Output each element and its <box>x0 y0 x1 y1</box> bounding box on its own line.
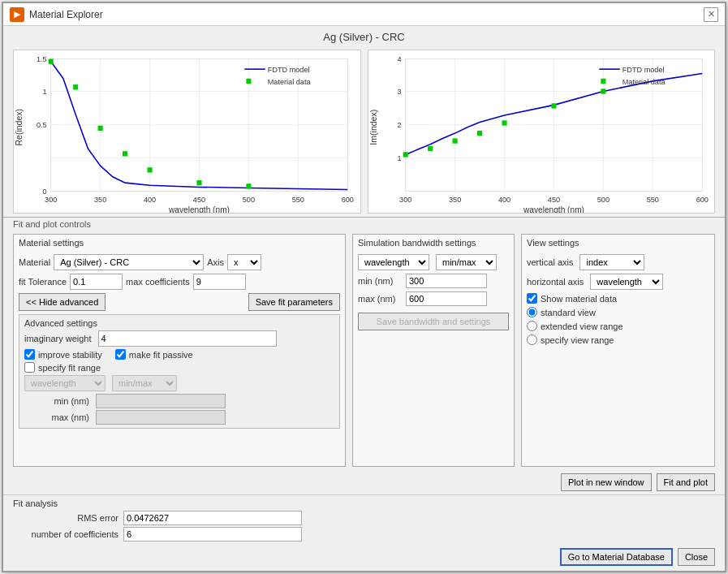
make-fit-passive-row: make fit passive <box>115 349 193 360</box>
imaginary-weight-row: imaginary weight <box>24 330 334 347</box>
svg-text:Material data: Material data <box>268 78 312 86</box>
svg-rect-67 <box>452 138 457 143</box>
svg-text:2: 2 <box>397 121 401 129</box>
svg-text:500: 500 <box>243 196 255 204</box>
svg-text:Im(index): Im(index) <box>369 110 378 145</box>
view-settings-panel: View settings vertical axis index horizo… <box>521 234 715 467</box>
fit-tolerance-label: fit Tolerance <box>19 277 67 287</box>
svg-text:550: 550 <box>292 196 304 204</box>
rms-error-value <box>123 511 302 525</box>
rms-error-label: RMS error <box>13 513 118 523</box>
wavelength-minmax-row: wavelength min/max <box>24 375 334 391</box>
show-material-checkbox[interactable] <box>527 293 537 304</box>
window-main-title: Ag (Silver) - CRC <box>3 26 725 46</box>
svg-rect-69 <box>502 120 506 125</box>
standard-view-row: standard view <box>527 307 709 317</box>
extended-view-radio[interactable] <box>527 321 537 331</box>
svg-rect-31 <box>148 167 153 172</box>
svg-text:500: 500 <box>597 196 609 204</box>
svg-text:350: 350 <box>94 196 106 204</box>
material-settings-panel: Material settings Material Ag (Silver) -… <box>13 234 346 467</box>
num-coeff-row: number of coefficients <box>13 527 715 542</box>
bw-wavelength-row: wavelength min/max <box>358 254 509 270</box>
window-close-button[interactable]: ✕ <box>704 7 718 22</box>
bw-min-row: min (nm) <box>358 274 509 288</box>
goto-db-button[interactable]: Go to Material Database <box>560 548 673 566</box>
svg-text:350: 350 <box>449 196 461 204</box>
improve-stability-checkbox[interactable] <box>24 349 35 360</box>
svg-text:Re(index): Re(index) <box>15 109 24 146</box>
bw-max-row: max (nm) <box>358 291 509 306</box>
svg-rect-36 <box>246 79 251 84</box>
svg-text:0: 0 <box>43 188 47 196</box>
bandwidth-settings-panel: Simulation bandwidth settings wavelength… <box>352 234 515 467</box>
material-explorer-window: ▶ Material Explorer ✕ Ag (Silver) - CRC <box>2 2 726 572</box>
bw-min-input[interactable] <box>406 274 487 288</box>
make-fit-passive-label: make fit passive <box>129 350 193 360</box>
fit-plot-label: Fit and plot controls <box>3 217 725 231</box>
view-settings-title: View settings <box>527 238 709 248</box>
extended-view-label: extended view range <box>541 322 623 331</box>
horizontal-axis-row: horizontal axis wavelength <box>527 274 709 290</box>
bw-minmax-select[interactable]: min/max <box>436 254 497 270</box>
num-coeff-label: number of coefficients <box>13 529 118 539</box>
vertical-axis-select[interactable]: index <box>579 254 644 270</box>
horizontal-axis-label: horizontal axis <box>527 277 584 287</box>
svg-text:FDTD model: FDTD model <box>268 66 310 74</box>
left-chart: 1.5 1 0.5 0 300 350 400 450 500 550 600 … <box>13 50 361 214</box>
specify-fit-range-row: specify fit range <box>24 362 334 373</box>
bw-max-label: max (nm) <box>358 294 403 304</box>
svg-text:400: 400 <box>498 196 510 204</box>
bw-max-input[interactable] <box>406 291 487 306</box>
rms-error-row: RMS error <box>13 511 715 525</box>
fit-analysis-title: Fit analysis <box>13 498 715 508</box>
svg-text:1: 1 <box>43 88 47 96</box>
vertical-axis-row: vertical axis index <box>527 254 709 270</box>
axis-select[interactable]: x y z <box>227 254 261 270</box>
svg-text:600: 600 <box>696 196 708 204</box>
specify-fit-range-checkbox[interactable] <box>24 362 35 373</box>
extended-view-row: extended view range <box>527 321 709 331</box>
specify-view-row: specify view range <box>527 334 709 345</box>
svg-text:450: 450 <box>547 196 559 204</box>
standard-view-label: standard view <box>541 308 596 317</box>
fit-tolerance-input[interactable] <box>70 274 123 290</box>
svg-rect-70 <box>551 103 556 108</box>
svg-rect-33 <box>246 183 251 188</box>
specify-view-radio[interactable] <box>527 334 537 345</box>
fit-and-plot-button[interactable]: Fit and plot <box>657 473 715 491</box>
title-bar-left: ▶ Material Explorer <box>10 7 103 22</box>
svg-rect-27 <box>49 59 54 64</box>
material-row: Material Ag (Silver) - CRC Axis x y z <box>19 254 340 270</box>
minmax-select[interactable]: min/max <box>112 375 177 391</box>
standard-view-radio[interactable] <box>527 307 537 317</box>
imaginary-weight-input[interactable] <box>98 330 277 347</box>
svg-rect-74 <box>601 79 605 84</box>
save-bandwidth-button[interactable]: Save bandwidth and settings <box>358 313 509 330</box>
show-material-label: Show material data <box>541 294 617 304</box>
svg-text:600: 600 <box>342 196 354 204</box>
bw-wavelength-select[interactable]: wavelength <box>358 254 429 270</box>
specify-view-label: specify view range <box>541 335 614 345</box>
svg-text:1: 1 <box>397 154 401 162</box>
max-coeff-input[interactable] <box>193 274 246 290</box>
wavelength-select[interactable]: wavelength <box>24 375 106 391</box>
improve-stability-row: improve stability <box>24 349 102 360</box>
svg-text:wavelength (nm): wavelength (nm) <box>523 205 584 213</box>
bottom-buttons: Plot in new window Fit and plot <box>3 470 725 494</box>
hide-advanced-button[interactable]: << Hide advanced <box>19 293 106 311</box>
plot-new-window-button[interactable]: Plot in new window <box>561 473 652 491</box>
svg-rect-29 <box>98 126 103 131</box>
close-button[interactable]: Close <box>678 548 715 566</box>
horizontal-axis-select[interactable]: wavelength <box>590 274 663 290</box>
svg-text:FDTD model: FDTD model <box>622 66 664 74</box>
make-fit-passive-checkbox[interactable] <box>115 349 126 360</box>
material-select[interactable]: Ag (Silver) - CRC <box>54 254 204 270</box>
svg-text:300: 300 <box>45 196 57 204</box>
min-nm-input[interactable] <box>96 394 226 408</box>
save-fit-button[interactable]: Save fit parameters <box>248 293 340 311</box>
svg-text:wavelength (nm): wavelength (nm) <box>168 205 230 213</box>
max-nm-input[interactable] <box>96 410 226 425</box>
advanced-section: Advanced settings imaginary weight impro… <box>19 314 340 429</box>
svg-text:400: 400 <box>144 196 156 204</box>
